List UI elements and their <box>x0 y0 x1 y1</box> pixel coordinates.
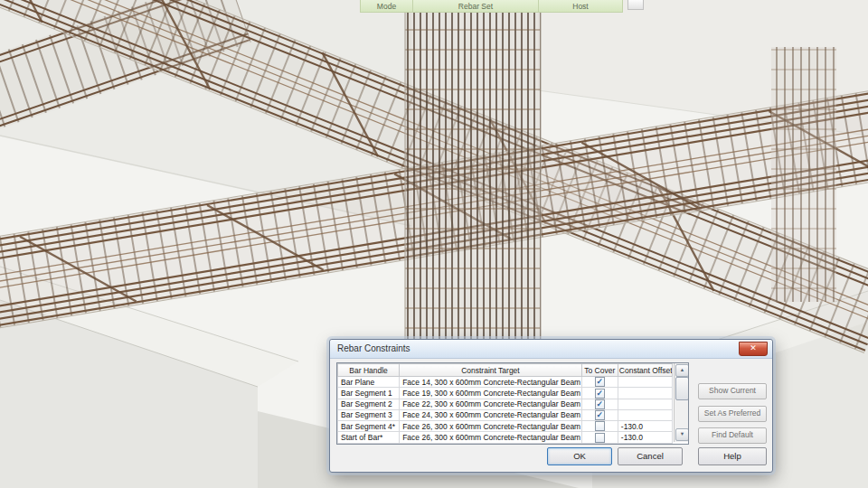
scrollbar-thumb[interactable] <box>675 377 689 400</box>
cell-constraint-target: Face 26, 300 x 600mm Concrete-Rectangula… <box>400 432 582 443</box>
cell-constant-offset[interactable]: -130.0 <box>618 421 672 432</box>
cell-bar-handle: Bar Segment 4* <box>338 421 400 432</box>
cell-constraint-target: Face 22, 300 x 600mm Concrete-Rectangula… <box>400 399 582 409</box>
to-cover-checkbox[interactable]: ✓ <box>595 399 605 409</box>
header-to-cover: To Cover <box>581 364 618 377</box>
to-cover-checkbox[interactable] <box>595 421 605 431</box>
show-current-button[interactable]: Show Current <box>698 383 767 399</box>
close-icon: ✕ <box>750 343 757 352</box>
cell-constraint-target: Face 19, 300 x 600mm Concrete-Rectangula… <box>400 388 582 399</box>
ribbon-panel-host[interactable]: Host <box>539 0 622 12</box>
table-row[interactable]: Bar Plane Face 14, 300 x 600mm Concrete-… <box>338 377 673 388</box>
cell-bar-handle: Bar Segment 3 <box>338 409 400 420</box>
ok-button[interactable]: OK <box>547 447 612 465</box>
ribbon-panel-row: Mode Rebar Set Host <box>360 0 623 13</box>
to-cover-checkbox[interactable]: ✓ <box>595 410 605 420</box>
to-cover-checkbox[interactable]: ✓ <box>595 389 605 399</box>
cell-constant-offset[interactable] <box>618 399 672 409</box>
table-row[interactable]: Bar Segment 3 Face 24, 300 x 600mm Concr… <box>338 409 673 420</box>
ribbon-panel-mode-label: Mode <box>377 2 396 11</box>
scroll-up-button[interactable]: ▲ <box>675 364 689 377</box>
ribbon-panel-host-label: Host <box>572 2 588 11</box>
cell-constraint-target: Face 26, 300 x 600mm Concrete-Rectangula… <box>400 421 582 432</box>
header-constant-offset: Constant Offset <box>618 364 672 377</box>
check-icon: ✓ <box>596 389 603 398</box>
header-bar-handle: Bar Handle <box>338 364 400 377</box>
check-icon: ✓ <box>596 410 603 419</box>
ribbon-option-button[interactable] <box>627 0 644 10</box>
to-cover-checkbox[interactable] <box>595 433 605 443</box>
cancel-button[interactable]: Cancel <box>618 447 683 465</box>
close-button[interactable]: ✕ <box>739 342 768 356</box>
cell-constant-offset[interactable] <box>618 409 672 420</box>
cell-bar-handle: Bar Segment 2 <box>338 399 400 409</box>
ribbon-panel-rebar-set-label: Rebar Set <box>458 2 493 11</box>
cell-constraint-target: Face 14, 300 x 600mm Concrete-Rectangula… <box>400 377 582 388</box>
cell-bar-handle: Start of Bar* <box>338 432 400 443</box>
help-button[interactable]: Help <box>698 447 767 465</box>
table-header-row: Bar Handle Constraint Target To Cover Co… <box>338 364 673 377</box>
table-row[interactable]: Start of Bar* Face 26, 300 x 600mm Concr… <box>338 432 673 443</box>
check-icon: ✓ <box>596 399 603 408</box>
table-scrollbar[interactable]: ▲ ▼ <box>674 363 688 442</box>
find-default-button[interactable]: Find Default <box>698 427 767 444</box>
ribbon-panel-rebar-set[interactable]: Rebar Set <box>413 0 539 12</box>
dialog-title: Rebar Constraints <box>337 340 410 358</box>
chevron-down-icon: ▼ <box>680 431 684 436</box>
ribbon-panel-mode[interactable]: Mode <box>361 0 413 12</box>
constraints-table: Bar Handle Constraint Target To Cover Co… <box>336 362 689 445</box>
cell-constant-offset[interactable] <box>618 388 672 399</box>
dialog-titlebar[interactable]: Rebar Constraints ✕ <box>330 340 772 359</box>
set-as-preferred-button[interactable]: Set As Preferred <box>698 406 767 422</box>
rebar-constraints-dialog: Rebar Constraints ✕ Bar Handle Constrain… <box>329 339 773 473</box>
table-row[interactable]: Bar Segment 1 Face 19, 300 x 600mm Concr… <box>338 388 673 399</box>
cell-constraint-target: Face 24, 300 x 600mm Concrete-Rectangula… <box>400 409 582 420</box>
check-icon: ✓ <box>596 377 603 386</box>
scroll-down-button[interactable]: ▼ <box>675 428 689 441</box>
table-row[interactable]: Bar Segment 2 Face 22, 300 x 600mm Concr… <box>338 399 673 409</box>
cell-constant-offset[interactable] <box>618 377 672 388</box>
chevron-up-icon: ▲ <box>680 367 684 372</box>
header-constraint-target: Constraint Target <box>400 364 582 377</box>
cell-bar-handle: Bar Plane <box>338 377 400 388</box>
cell-constant-offset[interactable]: -130.0 <box>618 432 672 443</box>
to-cover-checkbox[interactable]: ✓ <box>595 377 605 387</box>
cell-bar-handle: Bar Segment 1 <box>338 388 400 399</box>
table-row[interactable]: Bar Segment 4* Face 26, 300 x 600mm Conc… <box>338 421 673 432</box>
